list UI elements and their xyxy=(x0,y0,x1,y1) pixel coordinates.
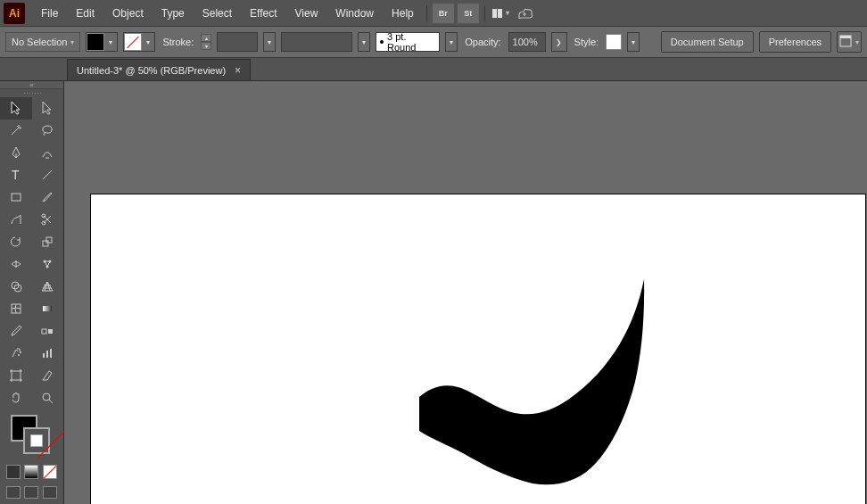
menu-type[interactable]: Type xyxy=(153,2,194,25)
slice-tool[interactable] xyxy=(32,365,64,387)
curvature-tool[interactable] xyxy=(32,142,64,164)
magic-wand-tool[interactable] xyxy=(0,120,32,142)
eyedropper-tool[interactable] xyxy=(0,320,32,343)
rotate-tool[interactable] xyxy=(0,231,32,253)
svg-rect-4 xyxy=(12,194,21,201)
stroke-weight-stepper[interactable]: ▴▾ xyxy=(201,34,211,50)
stroke-weight-field[interactable] xyxy=(217,32,258,52)
menu-object[interactable]: Object xyxy=(103,2,153,25)
shape-builder-tool[interactable] xyxy=(0,276,32,298)
color-mode-gradient[interactable] xyxy=(24,465,38,479)
tool-grid: T xyxy=(0,97,63,409)
gpu-preview-button[interactable] xyxy=(515,4,536,23)
panel-grip[interactable] xyxy=(0,89,63,97)
graphic-style-dropdown[interactable]: ▾ xyxy=(627,32,640,52)
menu-edit[interactable]: Edit xyxy=(67,2,103,25)
canvas-area[interactable] xyxy=(64,81,867,504)
paintbrush-tool[interactable] xyxy=(32,186,64,209)
puppet-warp-tool[interactable] xyxy=(32,253,64,276)
artwork-shape[interactable] xyxy=(332,270,778,502)
document-tab[interactable]: Untitled-3* @ 50% (RGB/Preview) × xyxy=(67,59,251,80)
type-tool[interactable]: T xyxy=(0,164,32,186)
artboard-tool[interactable] xyxy=(0,365,32,387)
line-segment-tool[interactable] xyxy=(32,164,64,186)
arrange-documents-button[interactable]: ▾ xyxy=(491,4,511,23)
brush-dot-icon xyxy=(380,40,384,44)
svg-point-20 xyxy=(18,354,20,356)
chevron-down-icon: ▾ xyxy=(506,9,509,17)
brush-definition-field[interactable]: 3 pt. Round xyxy=(376,32,440,52)
svg-point-19 xyxy=(20,351,21,353)
document-tab-strip: Untitled-3* @ 50% (RGB/Preview) × xyxy=(0,58,867,81)
brush-definition-dropdown[interactable]: ▾ xyxy=(445,32,458,52)
preferences-button[interactable]: Preferences xyxy=(759,31,831,53)
shaper-tool[interactable] xyxy=(0,209,32,231)
color-mode-solid[interactable] xyxy=(6,465,21,479)
scale-tool[interactable] xyxy=(32,231,64,253)
svg-rect-1 xyxy=(840,36,851,38)
stock-button[interactable]: St xyxy=(458,4,479,23)
gpu-icon xyxy=(516,6,534,21)
svg-text:T: T xyxy=(12,168,20,182)
chevron-down-icon: ▾ xyxy=(70,38,74,46)
draw-mode-row xyxy=(0,484,63,504)
color-mode-none[interactable] xyxy=(43,465,57,479)
fill-swatch-dropdown[interactable]: ▾ xyxy=(104,33,117,51)
menu-select[interactable]: Select xyxy=(194,2,241,25)
fill-color-swatch[interactable] xyxy=(87,33,104,51)
stroke-indicator-icon[interactable] xyxy=(23,427,50,454)
variable-width-dropdown[interactable]: ▾ xyxy=(358,32,370,52)
app-logo-icon: Ai xyxy=(4,3,25,24)
svg-line-3 xyxy=(43,170,52,179)
draw-behind-mode[interactable] xyxy=(24,486,38,499)
pen-tool[interactable] xyxy=(0,142,32,164)
panel-collapse-handle[interactable]: « xyxy=(0,81,63,89)
workspace: « T xyxy=(0,81,867,504)
svg-rect-8 xyxy=(46,237,52,243)
svg-rect-18 xyxy=(48,329,53,334)
draw-normal-mode[interactable] xyxy=(6,486,21,499)
opacity-field[interactable]: 100% xyxy=(508,32,546,52)
variable-width-profile[interactable] xyxy=(281,32,352,52)
symbol-sprayer-tool[interactable] xyxy=(0,343,32,365)
svg-point-25 xyxy=(43,393,50,401)
artboard[interactable] xyxy=(90,194,866,504)
graphic-style-swatch[interactable] xyxy=(606,34,622,50)
scissors-tool[interactable] xyxy=(32,209,64,231)
fill-stroke-indicator[interactable] xyxy=(7,413,56,461)
color-mode-row xyxy=(0,465,63,484)
opacity-dropdown[interactable]: ❯ xyxy=(551,32,567,52)
bridge-button[interactable]: Br xyxy=(433,4,454,23)
column-graph-tool[interactable] xyxy=(32,343,64,365)
lasso-tool[interactable] xyxy=(32,120,64,142)
direct-selection-tool[interactable] xyxy=(32,97,64,120)
chevron-down-icon: ▾ xyxy=(855,38,859,46)
menu-effect[interactable]: Effect xyxy=(241,2,285,25)
menu-file[interactable]: File xyxy=(32,2,67,25)
menu-help[interactable]: Help xyxy=(383,2,423,25)
style-label: Style: xyxy=(573,37,601,47)
align-to-button[interactable]: ▾ xyxy=(837,31,862,53)
selection-tool[interactable] xyxy=(0,97,32,120)
svg-rect-16 xyxy=(43,306,52,311)
selection-status-label: No Selection xyxy=(12,37,67,47)
rectangle-tool[interactable] xyxy=(0,186,32,209)
document-setup-button[interactable]: Document Setup xyxy=(661,31,754,53)
menu-view[interactable]: View xyxy=(286,2,327,25)
width-tool[interactable] xyxy=(0,253,32,276)
mesh-tool[interactable] xyxy=(0,298,32,320)
hand-tool[interactable] xyxy=(0,387,32,409)
close-icon[interactable]: × xyxy=(235,64,241,77)
svg-rect-7 xyxy=(43,241,48,246)
gradient-tool[interactable] xyxy=(32,298,64,320)
perspective-grid-tool[interactable] xyxy=(32,276,64,298)
menu-window[interactable]: Window xyxy=(326,2,383,25)
blend-tool[interactable] xyxy=(32,320,64,343)
selection-status[interactable]: No Selection ▾ xyxy=(5,32,80,52)
draw-inside-mode[interactable] xyxy=(43,486,57,499)
arrange-documents-icon xyxy=(492,9,502,18)
zoom-tool[interactable] xyxy=(32,387,64,409)
stroke-weight-dropdown[interactable]: ▾ xyxy=(263,32,276,52)
stroke-color-swatch[interactable] xyxy=(124,33,142,51)
stroke-swatch-dropdown[interactable]: ▾ xyxy=(142,33,154,51)
